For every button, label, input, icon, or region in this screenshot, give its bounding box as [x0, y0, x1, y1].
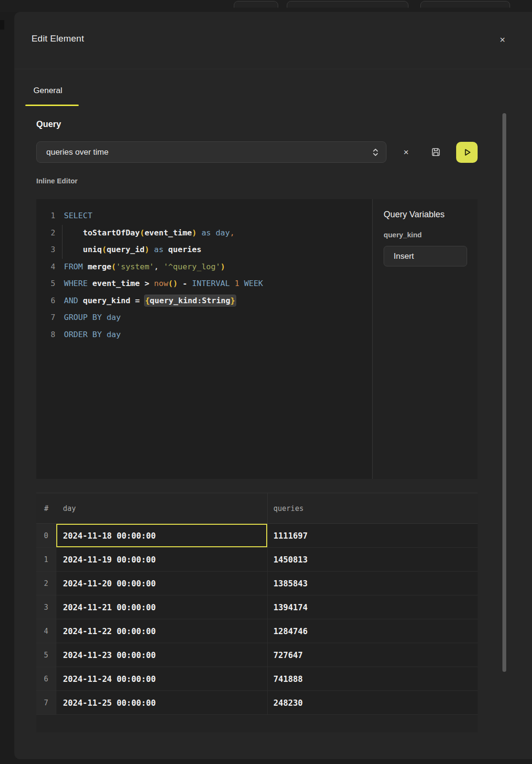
table-row: 72024-11-25 00:00:00248230 — [36, 691, 478, 715]
row-index-cell: 3 — [36, 595, 56, 619]
day-cell[interactable]: 2024-11-20 00:00:00 — [56, 572, 267, 595]
editor-container: 1SELECT2 toStartOfDay(event_time) as day… — [36, 199, 478, 479]
floppy-disk-icon — [430, 147, 441, 158]
table-row: 42024-11-22 00:00:001284746 — [36, 619, 478, 643]
modal-title: Edit Element — [31, 33, 84, 44]
code-text: GROUP BY day — [55, 309, 121, 326]
row-index-cell: 5 — [36, 643, 56, 667]
queries-cell[interactable]: 727647 — [267, 643, 478, 667]
queries-cell[interactable]: 1385843 — [267, 572, 478, 595]
background-toolbar-button — [420, 1, 510, 8]
results-table: # day queries 02024-11-18 00:00:00111169… — [36, 493, 478, 732]
day-cell[interactable]: 2024-11-23 00:00:00 — [56, 643, 267, 667]
screen: Edit Element × General Query queries ove… — [0, 0, 532, 764]
line-number: 4 — [36, 258, 55, 276]
code-text: SELECT — [55, 207, 93, 224]
query-variables-panel: Query Variables query_kind Insert — [372, 199, 478, 479]
inline-editor-label: Inline Editor — [36, 177, 78, 185]
day-cell[interactable]: 2024-11-21 00:00:00 — [56, 595, 267, 619]
chevron-up-down-icon — [365, 148, 386, 157]
code-text: toStartOfDay(event_time) as day, — [55, 224, 235, 242]
query-select[interactable]: queries over time — [36, 141, 386, 163]
column-header-day: day — [56, 493, 267, 523]
background-toolbar-button — [234, 1, 278, 8]
table-body: 02024-11-18 00:00:00111169712024-11-19 0… — [36, 524, 478, 715]
row-index-cell: 1 — [36, 548, 56, 571]
table-row: 32024-11-21 00:00:001394174 — [36, 595, 478, 619]
table-row: 12024-11-19 00:00:001450813 — [36, 548, 478, 572]
table-row: 22024-11-20 00:00:001385843 — [36, 572, 478, 595]
day-cell[interactable]: 2024-11-19 00:00:00 — [56, 548, 267, 571]
table-row: 52024-11-23 00:00:00727647 — [36, 643, 478, 667]
code-line: 2 toStartOfDay(event_time) as day, — [36, 224, 372, 242]
queries-cell[interactable]: 1284746 — [267, 619, 478, 643]
queries-cell[interactable]: 1111697 — [267, 524, 478, 547]
variable-name-label: query_kind — [384, 231, 422, 239]
save-query-button[interactable] — [426, 141, 445, 163]
tab-active-underline — [25, 105, 79, 106]
day-cell[interactable]: 2024-11-25 00:00:00 — [56, 691, 267, 714]
line-number: 8 — [36, 326, 55, 343]
query-parameter-chip: {query_kind:String} — [145, 295, 236, 306]
day-cell[interactable]: 2024-11-24 00:00:00 — [56, 667, 267, 690]
sql-editor[interactable]: 1SELECT2 toStartOfDay(event_time) as day… — [36, 199, 372, 479]
code-text: uniq(query_id) as queries — [55, 241, 201, 258]
query-section-heading: Query — [36, 119, 61, 129]
table-row: 02024-11-18 00:00:001111697 — [36, 524, 478, 548]
line-number: 7 — [36, 309, 55, 326]
insert-variable-button[interactable]: Insert — [384, 246, 467, 266]
code-text: FROM merge('system', '^query_log') — [55, 258, 225, 276]
code-line: 5WHERE event_time > now() - INTERVAL 1 W… — [36, 275, 372, 292]
play-icon — [461, 147, 473, 158]
code-line: 6AND query_kind = {query_kind:String} — [36, 292, 372, 309]
line-number: 2 — [36, 224, 55, 242]
queries-cell[interactable]: 248230 — [267, 691, 478, 714]
modal-header: Edit Element × — [14, 12, 532, 69]
queries-cell[interactable]: 1450813 — [267, 548, 478, 571]
code-line: 4FROM merge('system', '^query_log') — [36, 258, 372, 276]
code-line: 7GROUP BY day — [36, 309, 372, 326]
query-select-value: queries over time — [37, 148, 365, 157]
modal-scrollbar-thumb[interactable] — [502, 113, 506, 672]
clear-icon: × — [403, 147, 408, 158]
row-index-cell: 4 — [36, 619, 56, 643]
code-text: AND query_kind = {query_kind:String} — [55, 292, 236, 309]
code-line: 1SELECT — [36, 207, 372, 224]
line-number: 3 — [36, 241, 55, 258]
table-row: 62024-11-24 00:00:00741888 — [36, 667, 478, 691]
day-cell-selected[interactable]: 2024-11-18 00:00:00 — [56, 524, 267, 547]
table-header-row: # day queries — [36, 493, 478, 524]
code-text: ORDER BY day — [55, 326, 121, 343]
clear-query-button[interactable]: × — [396, 141, 416, 163]
row-index-cell: 6 — [36, 667, 56, 690]
day-cell[interactable]: 2024-11-22 00:00:00 — [56, 619, 267, 643]
row-index-cell: 0 — [36, 524, 56, 547]
column-header-queries: queries — [267, 493, 478, 523]
line-number: 6 — [36, 292, 55, 309]
query-variables-title: Query Variables — [384, 210, 445, 220]
code-line: 3 uniq(query_id) as queries — [36, 241, 372, 258]
line-number: 1 — [36, 207, 55, 224]
code-line: 8ORDER BY day — [36, 326, 372, 343]
table-footer — [36, 715, 478, 732]
background-toolbar-button — [287, 1, 408, 8]
line-number: 5 — [36, 275, 55, 292]
queries-cell[interactable]: 1394174 — [267, 595, 478, 619]
queries-cell[interactable]: 741888 — [267, 667, 478, 690]
close-icon[interactable]: × — [496, 33, 509, 46]
column-header-index: # — [36, 493, 56, 523]
run-query-button[interactable] — [456, 142, 478, 163]
row-index-cell: 7 — [36, 691, 56, 714]
background-fragment — [0, 20, 4, 30]
row-index-cell: 2 — [36, 572, 56, 595]
code-text: WHERE event_time > now() - INTERVAL 1 WE… — [55, 275, 263, 292]
edit-element-modal: Edit Element × General Query queries ove… — [14, 12, 532, 759]
indent-guide — [62, 225, 63, 259]
tab-general[interactable]: General — [33, 86, 62, 96]
